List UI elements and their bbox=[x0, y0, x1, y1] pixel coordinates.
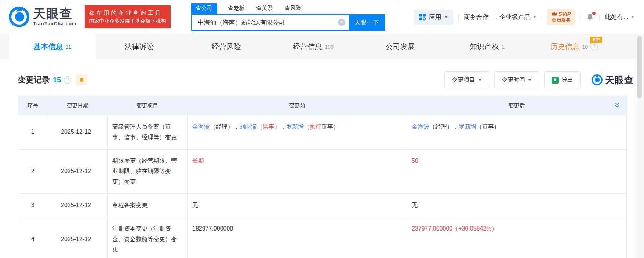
tab-label: 经营风险 bbox=[212, 42, 241, 52]
header-after: 变更后 bbox=[407, 96, 627, 115]
tab-business-info[interactable]: 经营信息 100 bbox=[270, 34, 357, 59]
apps-menu[interactable]: 应用 bbox=[414, 10, 453, 25]
table-actions: 变更项目 变更时间 X 导出 天眼查 bbox=[444, 71, 634, 88]
after-change-cell: 237977.000000（+30.05842%） bbox=[407, 217, 627, 258]
divider bbox=[458, 14, 459, 20]
logo-text: 天眼查 TianYanCha.com bbox=[33, 7, 77, 26]
tianyancha-logo-icon bbox=[592, 74, 603, 85]
search-tabs: 查公司 查老板 查关系 查风险 bbox=[191, 3, 356, 14]
change-text: （经理）， bbox=[429, 124, 459, 130]
vip-badge: VIP bbox=[590, 37, 602, 43]
person-link[interactable]: 金海波 bbox=[412, 124, 429, 130]
after-change-cell: 金海波（经理），罗新增（董事） bbox=[407, 115, 627, 150]
header-change-date: 变更日期 bbox=[48, 96, 108, 115]
search-row: ✕ 天眼一下 bbox=[191, 14, 392, 31]
scrollbar-thumb[interactable] bbox=[637, 36, 642, 98]
export-button[interactable]: X 导出 bbox=[544, 71, 581, 88]
company-nav-tabs: 基本信息 31 法律诉讼 经营风险 经营信息 100 公司发展 知识产权 1 V… bbox=[0, 34, 644, 59]
filter-change-item-button[interactable]: 变更项目 bbox=[444, 71, 489, 88]
row-number-cell: 4 bbox=[18, 217, 48, 258]
apps-grid-icon bbox=[419, 14, 426, 21]
top-right-nav: 应用 商务合作 企业级产品 SVIP 会员服务 bbox=[414, 9, 634, 25]
subscribe-alert-button[interactable] bbox=[76, 74, 87, 85]
bell-icon bbox=[79, 77, 85, 83]
slogan-line1: 都在用的商业查询工具 bbox=[89, 9, 166, 17]
tab-label: 法律诉讼 bbox=[125, 42, 154, 52]
change-date-cell: 2025-12-12 bbox=[48, 194, 108, 217]
user-account-menu[interactable]: 此处有... bbox=[605, 13, 634, 21]
notifications-button[interactable] bbox=[586, 13, 594, 21]
change-item-cell: 注册资本变更（注册资金、资金数额等变更）变更 bbox=[108, 217, 188, 258]
divider bbox=[542, 14, 542, 20]
change-text: （监事） bbox=[257, 124, 280, 130]
tab-legal-proceedings[interactable]: 法律诉讼 bbox=[96, 34, 183, 59]
search-box: ✕ bbox=[191, 14, 349, 31]
header-after-label: 变更后 bbox=[508, 102, 525, 108]
tab-operational-risk[interactable]: 经营风险 bbox=[183, 34, 270, 59]
scrollbar[interactable] bbox=[636, 34, 644, 258]
brand-domain: TianYanCha.com bbox=[33, 21, 77, 26]
business-cooperation-link[interactable]: 商务合作 bbox=[464, 13, 489, 21]
tab-history-info[interactable]: VIP 历史信息 10 ? bbox=[531, 34, 618, 59]
after-change-cell: 无 bbox=[407, 194, 627, 217]
change-date-cell: 2025-12-12 bbox=[48, 115, 108, 150]
svip-member-service[interactable]: SVIP 会员服务 bbox=[547, 9, 575, 25]
filter-change-time-button[interactable]: 变更时间 bbox=[494, 71, 539, 88]
enterprise-products-menu[interactable]: 企业级产品 bbox=[499, 13, 536, 21]
notification-dot bbox=[592, 12, 596, 15]
collapse-all-icon[interactable] bbox=[614, 102, 621, 109]
search-tab-relation[interactable]: 查关系 bbox=[256, 3, 274, 14]
tab-intellectual-property[interactable]: 知识产权 1 bbox=[444, 34, 531, 59]
tianyancha-page: 天眼查 TianYanCha.com 都在用的商业查询工具 国家中小企业发展子基… bbox=[0, 0, 644, 258]
search-tab-boss[interactable]: 查老板 bbox=[228, 3, 245, 14]
section-title: 变更记录 bbox=[18, 74, 50, 85]
tab-count: 10 bbox=[582, 44, 588, 50]
change-item-cell: 高级管理人员备案（董事、监事、经理等）变更 bbox=[108, 115, 188, 150]
export-label: 导出 bbox=[561, 76, 573, 84]
change-text: 50 bbox=[412, 158, 418, 164]
change-text: 无 bbox=[192, 202, 198, 208]
search-tab-company[interactable]: 查公司 bbox=[191, 3, 217, 14]
change-text: （董事） bbox=[476, 124, 500, 130]
tab-label: 基本信息 bbox=[33, 42, 63, 52]
search-input[interactable] bbox=[197, 18, 338, 26]
chevron-down-icon bbox=[528, 79, 532, 81]
tab-label: 历史信息 bbox=[550, 42, 580, 52]
person-link[interactable]: 罗新增 bbox=[459, 124, 476, 130]
change-text: 董事） bbox=[321, 124, 339, 130]
divider bbox=[494, 14, 494, 20]
before-change-cell: 182977.000000 bbox=[188, 217, 407, 258]
tianyancha-watermark: 天眼查 bbox=[592, 74, 634, 86]
tab-count: 31 bbox=[65, 44, 71, 50]
change-record-section-header: 变更记录 15 ? 变更项目 变更时间 X 导出 bbox=[18, 71, 634, 88]
person-link[interactable]: 刘雨濛 bbox=[239, 124, 257, 130]
before-change-cell: 无 bbox=[188, 194, 407, 217]
change-text: 无 bbox=[412, 202, 418, 208]
change-text: 执行 bbox=[310, 124, 321, 130]
change-table-body: 1 2025-12-12 高级管理人员备案（董事、监事、经理等）变更 金海波（经… bbox=[18, 115, 627, 258]
tab-company-development[interactable]: 公司发展 bbox=[357, 34, 444, 59]
tab-count: 1 bbox=[502, 44, 505, 50]
before-change-cell: 长期 bbox=[188, 149, 407, 194]
chevron-down-icon bbox=[478, 79, 482, 81]
table-row: 2 2025-12-12 期限变更（经营期限、营业期限、驻在期限等变更）变更 长… bbox=[18, 149, 627, 194]
tab-label: 经营信息 bbox=[293, 42, 322, 52]
tab-basic-info[interactable]: 基本信息 31 bbox=[9, 34, 96, 59]
tab-label: 公司发展 bbox=[386, 42, 415, 52]
search-tab-risk[interactable]: 查风险 bbox=[284, 3, 302, 14]
excel-icon: X bbox=[552, 77, 559, 84]
chevron-down-icon bbox=[444, 16, 448, 18]
table-row: 4 2025-12-12 注册资本变更（注册资金、资金数额等变更）变更 1829… bbox=[18, 217, 627, 258]
table-row: 3 2025-12-12 章程备案变更 无 无 bbox=[18, 194, 627, 217]
filter-label: 变更项目 bbox=[452, 76, 475, 84]
person-link[interactable]: 罗新增 bbox=[286, 124, 304, 130]
change-date-cell: 2025-12-12 bbox=[48, 217, 108, 258]
apps-label: 应用 bbox=[429, 13, 441, 21]
person-link[interactable]: 金海波 bbox=[192, 124, 210, 130]
search-button[interactable]: 天眼一下 bbox=[349, 14, 385, 31]
help-icon[interactable]: ? bbox=[64, 76, 71, 84]
change-item-cell: 章程备案变更 bbox=[108, 194, 188, 217]
tianyancha-logo[interactable]: 天眼查 TianYanCha.com bbox=[9, 7, 77, 27]
clear-search-icon[interactable]: ✕ bbox=[338, 19, 345, 26]
header-before: 变更前 bbox=[188, 96, 407, 115]
